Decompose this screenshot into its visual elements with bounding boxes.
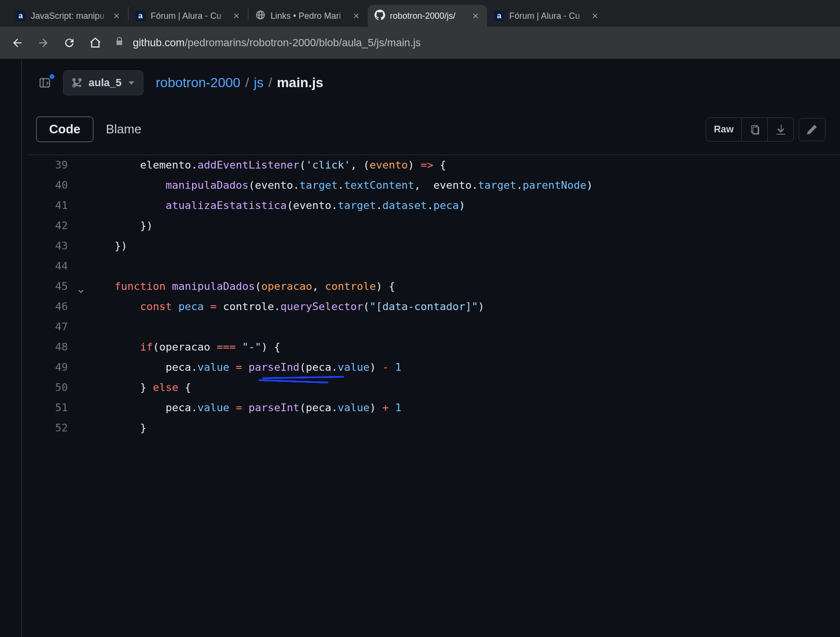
code-line[interactable]: 41 atualizaEstatistica(evento.target.dat… <box>28 195 840 216</box>
code-line[interactable]: 48 if(operacao === "-") { <box>28 337 840 357</box>
line-number[interactable]: 39 <box>28 155 80 175</box>
code-content[interactable]: }) <box>80 236 127 256</box>
tab-title: robotron-2000/js/ <box>390 11 468 21</box>
branch-name: aula_5 <box>89 77 122 89</box>
browser-tab[interactable]: robotron-2000/js/ <box>368 5 487 27</box>
line-number[interactable]: 43 <box>28 236 80 256</box>
tab-title: JavaScript: manipu <box>31 11 109 21</box>
tab-title: Links • Pedro Mari <box>271 11 349 21</box>
pencil-icon <box>806 124 818 135</box>
line-number[interactable]: 40 <box>28 175 80 195</box>
svg-rect-0 <box>40 78 50 87</box>
line-number[interactable]: 45 <box>28 276 80 297</box>
crumb-repo[interactable]: robotron-2000 <box>156 75 241 91</box>
copy-icon <box>749 124 761 135</box>
close-icon[interactable] <box>112 11 121 21</box>
tab-title: Fórum | Alura - Cu <box>509 11 587 21</box>
code-line[interactable]: 51 peca.value = parseInt(peca.value) + 1 <box>28 398 840 418</box>
raw-button[interactable]: Raw <box>706 118 741 141</box>
download-icon <box>775 124 787 135</box>
code-content[interactable]: manipulaDados(evento.target.textContent,… <box>80 175 593 195</box>
code-content[interactable]: const peca = controle.querySelector("[da… <box>80 297 484 317</box>
github-favicon <box>375 11 385 21</box>
code-line[interactable]: 46 const peca = controle.querySelector("… <box>28 297 840 317</box>
line-number[interactable]: 50 <box>28 377 80 398</box>
code-line[interactable]: 40 manipulaDados(evento.target.textConte… <box>28 175 840 195</box>
line-number[interactable]: 52 <box>28 418 80 438</box>
notification-dot <box>49 73 55 80</box>
url-text: github.com/pedromarins/robotron-2000/blo… <box>133 37 421 49</box>
branch-selector[interactable]: aula_5 <box>63 70 143 95</box>
close-icon[interactable] <box>471 11 480 21</box>
line-number[interactable]: 51 <box>28 398 80 418</box>
close-icon[interactable] <box>590 11 600 21</box>
copy-button[interactable] <box>741 118 767 141</box>
address-bar: github.com/pedromarins/robotron-2000/blo… <box>0 27 840 59</box>
chevron-down-icon <box>129 81 134 85</box>
code-line[interactable]: 50 } else { <box>28 377 840 398</box>
code-line[interactable]: 47 <box>28 317 840 337</box>
code-content[interactable]: peca.value = parseInt(peca.value) + 1 <box>80 398 401 418</box>
download-button[interactable] <box>767 118 793 141</box>
github-page: aula_5 robotron-2000 / js / main.js Code… <box>21 59 840 637</box>
alura-favicon: a <box>15 11 26 21</box>
branch-icon <box>72 78 82 88</box>
browser-tab[interactable]: aFórum | Alura - Cu <box>487 5 607 27</box>
tab-title: Fórum | Alura - Cu <box>151 11 229 21</box>
url-box[interactable]: github.com/pedromarins/robotron-2000/blo… <box>115 37 829 49</box>
breadcrumb: robotron-2000 / js / main.js <box>156 75 323 91</box>
code-line[interactable]: 45 function manipulaDados(operacao, cont… <box>28 276 840 297</box>
crumb-file: main.js <box>277 75 323 91</box>
line-number[interactable]: 44 <box>28 256 80 276</box>
code-content[interactable]: } <box>80 418 146 438</box>
code-content[interactable]: function manipulaDados(operacao, control… <box>80 276 395 297</box>
code-line[interactable]: 39 elemento.addEventListener('click', (e… <box>28 155 840 175</box>
code-content[interactable]: } else { <box>80 377 191 398</box>
side-panel-toggle[interactable] <box>36 74 53 91</box>
code-content[interactable]: elemento.addEventListener('click', (even… <box>80 155 446 175</box>
alura-favicon: a <box>135 11 146 21</box>
browser-tab[interactable]: Links • Pedro Mari <box>248 5 368 27</box>
crumb-folder[interactable]: js <box>254 75 263 91</box>
close-icon[interactable] <box>351 11 361 21</box>
lock-icon <box>115 37 124 49</box>
tool-group: Raw <box>706 117 794 142</box>
file-toolbar: Code Blame Raw <box>22 99 840 146</box>
reload-button[interactable] <box>63 36 76 50</box>
home-button[interactable] <box>89 36 102 50</box>
file-header: aula_5 robotron-2000 / js / main.js <box>22 59 840 99</box>
code-line[interactable]: 43 }) <box>28 236 840 256</box>
tab-code[interactable]: Code <box>36 117 93 142</box>
code-line[interactable]: 44 <box>28 256 840 276</box>
forward-button[interactable] <box>37 36 50 50</box>
browser-tab-strip: aJavaScript: manipuaFórum | Alura - CuLi… <box>0 0 840 27</box>
code-line[interactable]: 49 peca.value = parseInd(peca.value) - 1 <box>28 357 840 377</box>
browser-tab[interactable]: aJavaScript: manipu <box>9 5 128 27</box>
code-content[interactable]: }) <box>80 216 153 236</box>
line-number[interactable]: 47 <box>28 317 80 337</box>
svg-point-2 <box>79 85 81 87</box>
line-number[interactable]: 48 <box>28 337 80 357</box>
code-line[interactable]: 52 } <box>28 418 840 438</box>
close-icon[interactable] <box>232 11 241 21</box>
code-content[interactable]: if(operacao === "-") { <box>80 337 280 357</box>
line-number[interactable]: 41 <box>28 195 80 216</box>
line-number[interactable]: 49 <box>28 357 80 377</box>
line-number[interactable]: 42 <box>28 216 80 236</box>
code-content[interactable]: atualizaEstatistica(evento.target.datase… <box>80 195 465 216</box>
globe-favicon <box>255 11 266 21</box>
line-number[interactable]: 46 <box>28 297 80 317</box>
code-line[interactable]: 42 }) <box>28 216 840 236</box>
browser-tab[interactable]: aFórum | Alura - Cu <box>129 5 248 27</box>
tab-blame[interactable]: Blame <box>93 117 154 142</box>
code-content[interactable]: peca.value = parseInd(peca.value) - 1 <box>80 357 401 377</box>
code-view[interactable]: 39 elemento.addEventListener('click', (e… <box>28 155 840 438</box>
back-button[interactable] <box>11 36 24 50</box>
edit-button[interactable] <box>799 118 826 141</box>
alura-favicon: a <box>494 11 504 21</box>
